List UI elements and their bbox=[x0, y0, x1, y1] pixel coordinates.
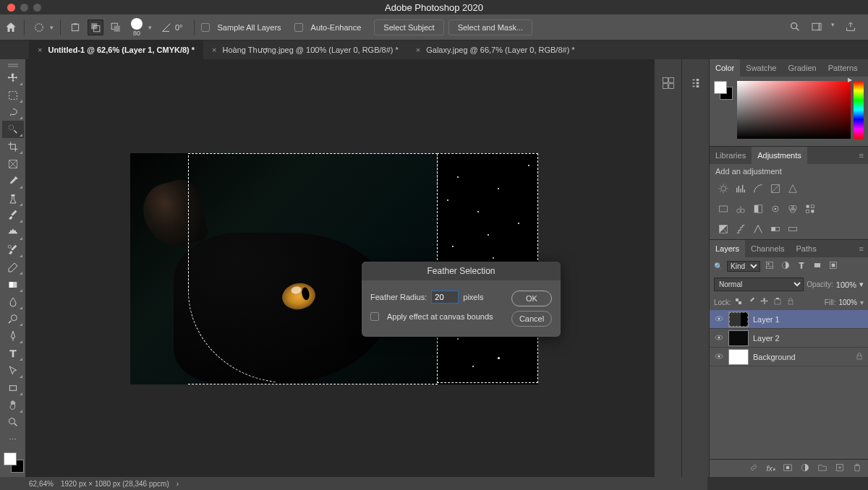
color-panel-fgbg[interactable] bbox=[714, 81, 734, 101]
dodge-tool[interactable] bbox=[2, 311, 24, 328]
filter-adjustment-icon[interactable] bbox=[780, 260, 791, 272]
rectangle-tool[interactable] bbox=[2, 379, 24, 397]
sample-all-layers-checkbox[interactable] bbox=[201, 23, 210, 32]
color-field[interactable] bbox=[737, 81, 851, 139]
filter-pixel-icon[interactable] bbox=[765, 260, 775, 272]
tool-preset-picker[interactable] bbox=[31, 20, 47, 35]
layer-thumbnail[interactable] bbox=[728, 311, 749, 327]
adjustment-layer-icon[interactable] bbox=[800, 463, 810, 474]
foreground-color-swatch[interactable] bbox=[714, 81, 727, 94]
vibrance-icon[interactable] bbox=[786, 183, 799, 194]
healing-brush-tool[interactable] bbox=[2, 190, 24, 207]
invert-icon[interactable] bbox=[717, 223, 730, 235]
strip-handle[interactable] bbox=[689, 65, 703, 69]
libraries-tab[interactable]: Libraries bbox=[710, 147, 752, 164]
subtract-from-selection-button[interactable] bbox=[108, 20, 124, 35]
selective-color-icon[interactable] bbox=[786, 223, 799, 235]
lock-position-icon[interactable] bbox=[760, 297, 769, 307]
marquee-tool[interactable] bbox=[2, 87, 24, 104]
type-tool[interactable] bbox=[2, 345, 24, 362]
threshold-icon[interactable] bbox=[752, 223, 765, 235]
blend-mode-select[interactable]: Normal bbox=[714, 278, 804, 291]
visibility-toggle-icon[interactable] bbox=[714, 333, 724, 343]
zoom-level[interactable]: 62,64% bbox=[29, 480, 54, 488]
canvas-area[interactable]: Feather Selection Feather Radius: pixels… bbox=[25, 59, 654, 477]
clone-stamp-tool[interactable] bbox=[2, 224, 24, 241]
layer-thumbnail[interactable] bbox=[728, 330, 749, 346]
eyedropper-tool[interactable] bbox=[2, 173, 24, 190]
layer-thumbnail[interactable] bbox=[728, 349, 749, 365]
color-balance-icon[interactable] bbox=[734, 203, 747, 215]
gradient-map-icon[interactable] bbox=[769, 223, 782, 235]
brush-angle-control[interactable]: 0° bbox=[161, 22, 183, 33]
dialog-title[interactable]: Feather Selection bbox=[362, 262, 561, 280]
layer-row-2[interactable]: Layer 2 bbox=[710, 329, 868, 348]
lock-artboard-icon[interactable] bbox=[773, 297, 782, 307]
foreground-background-colors[interactable] bbox=[2, 452, 24, 477]
workspace-icon[interactable] bbox=[811, 21, 822, 34]
crop-tool[interactable] bbox=[2, 138, 24, 155]
hand-tool[interactable] bbox=[2, 397, 24, 414]
feather-radius-input[interactable] bbox=[431, 291, 459, 304]
visibility-toggle-icon[interactable] bbox=[714, 314, 724, 324]
layer-row-1[interactable]: Layer 1 bbox=[710, 310, 868, 329]
path-selection-tool[interactable] bbox=[2, 362, 24, 379]
posterize-icon[interactable] bbox=[734, 223, 747, 235]
channels-tab[interactable]: Channels bbox=[745, 240, 790, 257]
group-icon[interactable] bbox=[817, 463, 827, 474]
ok-button[interactable]: OK bbox=[511, 291, 552, 306]
filter-shape-icon[interactable] bbox=[812, 260, 822, 272]
document-tab-2[interactable]: ×Hoàng Thượng.jpeg @ 100% (Layer 0, RGB/… bbox=[203, 40, 407, 59]
select-subject-button[interactable]: Select Subject bbox=[374, 20, 443, 35]
color-lookup-icon[interactable] bbox=[804, 203, 817, 215]
layer-row-3[interactable]: Background bbox=[710, 348, 868, 366]
properties-panel-icon[interactable] bbox=[685, 72, 707, 94]
brush-tool[interactable] bbox=[2, 207, 24, 225]
exposure-icon[interactable] bbox=[769, 183, 782, 194]
cancel-button[interactable]: Cancel bbox=[511, 311, 552, 327]
add-to-selection-button[interactable] bbox=[88, 20, 103, 35]
opacity-value[interactable]: 100% bbox=[836, 280, 856, 289]
lasso-tool[interactable] bbox=[2, 104, 24, 121]
panel-menu-icon[interactable]: ≡ bbox=[855, 244, 868, 253]
quick-selection-tool[interactable] bbox=[2, 121, 24, 138]
layer-mask-icon[interactable] bbox=[783, 463, 793, 474]
strip-handle[interactable] bbox=[661, 65, 676, 69]
link-layers-icon[interactable] bbox=[749, 463, 759, 474]
lock-image-icon[interactable] bbox=[747, 297, 756, 307]
new-selection-button[interactable] bbox=[67, 20, 83, 35]
search-icon[interactable] bbox=[789, 21, 801, 34]
layer-style-icon[interactable]: fx▾ bbox=[766, 464, 775, 473]
panel-menu-icon[interactable]: ≡ bbox=[864, 64, 868, 72]
delete-layer-icon[interactable] bbox=[852, 463, 862, 474]
close-window-button[interactable] bbox=[7, 4, 15, 12]
auto-enhance-checkbox[interactable] bbox=[294, 23, 303, 32]
pen-tool[interactable] bbox=[2, 327, 24, 345]
history-panel-icon[interactable] bbox=[658, 72, 679, 94]
maximize-window-button[interactable] bbox=[33, 4, 41, 12]
gradient-tool[interactable] bbox=[2, 276, 24, 293]
layer-name[interactable]: Background bbox=[753, 353, 796, 361]
eraser-tool[interactable] bbox=[2, 259, 24, 276]
kind-filter-select[interactable]: Kind bbox=[727, 261, 760, 272]
select-and-mask-button[interactable]: Select and Mask... bbox=[448, 20, 533, 35]
document-tab-1[interactable]: ×Untitled-1 @ 62,6% (Layer 1, CMYK/8) * bbox=[29, 40, 203, 59]
filter-smart-icon[interactable] bbox=[828, 260, 838, 272]
history-brush-tool[interactable] bbox=[2, 241, 24, 259]
new-layer-icon[interactable] bbox=[835, 463, 845, 474]
hue-slider[interactable] bbox=[854, 81, 864, 139]
status-menu-arrow[interactable]: › bbox=[176, 480, 179, 488]
toolbar-handle[interactable] bbox=[6, 62, 20, 66]
panel-menu-icon[interactable]: ≡ bbox=[855, 151, 868, 160]
lock-all-icon[interactable] bbox=[786, 297, 795, 307]
close-tab-icon[interactable]: × bbox=[38, 46, 42, 54]
filter-type-icon[interactable] bbox=[796, 260, 807, 272]
close-tab-icon[interactable]: × bbox=[416, 46, 420, 54]
close-tab-icon[interactable]: × bbox=[212, 46, 216, 54]
share-icon[interactable] bbox=[845, 21, 856, 34]
chevron-down-icon[interactable]: ▾ bbox=[859, 280, 864, 289]
blur-tool[interactable] bbox=[2, 293, 24, 311]
frame-tool[interactable] bbox=[2, 155, 24, 173]
lock-transparency-icon[interactable] bbox=[734, 297, 743, 307]
black-white-icon[interactable] bbox=[752, 203, 765, 215]
